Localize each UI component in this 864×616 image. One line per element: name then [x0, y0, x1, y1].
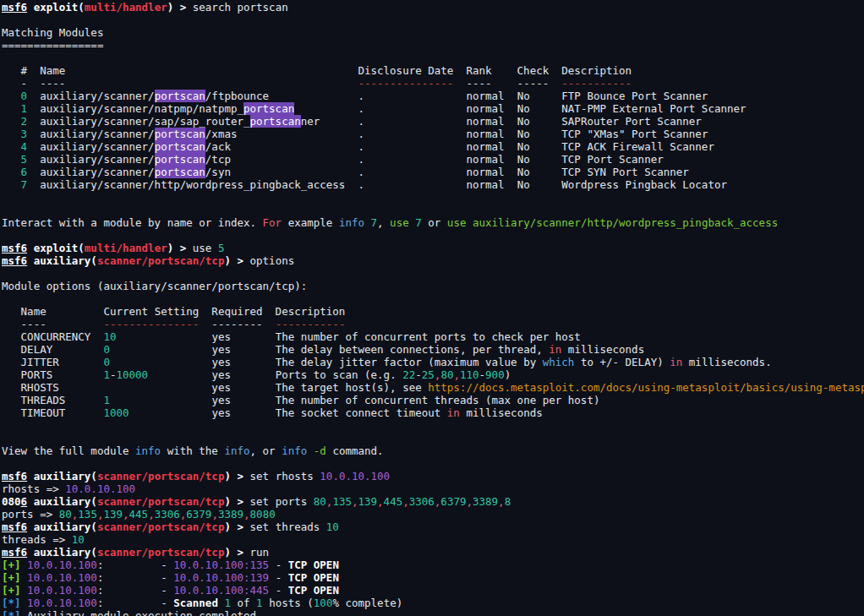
terminal-line: DELAY 0 yes The delay between connection… — [2, 343, 864, 356]
terminal-line: [+] 10.0.10.100: - 10.0.10.100:135 - TCP… — [2, 559, 864, 571]
terminal-line: THREADS 1 yes The number of concurrent t… — [2, 394, 864, 406]
terminal-line: 1 auxiliary/scanner/natpmp/natpmp_portsc… — [2, 102, 864, 115]
terminal-line: 5 auxiliary/scanner/portscan/tcp . norma… — [2, 153, 864, 166]
terminal-line: 6 auxiliary/scanner/portscan/syn . norma… — [2, 166, 864, 178]
terminal-line: [*] Auxiliary module execution completed — [2, 609, 864, 616]
terminal-line: Interact with a module by name or index.… — [2, 216, 864, 229]
terminal-line: RHOSTS yes The target host(s), see https… — [2, 381, 864, 394]
terminal-line: ports => 80,135,139,445,3306,6379,3389,8… — [2, 508, 864, 521]
terminal-line — [2, 432, 864, 444]
terminal-line: 0 auxiliary/scanner/portscan/ftpbounce .… — [2, 90, 864, 102]
terminal-line — [2, 52, 864, 64]
terminal-line — [2, 457, 864, 470]
terminal-line: msf6 exploit(multi/handler) > use 5 — [2, 242, 864, 254]
terminal-line: - ---- --------------- ---- ----- ------… — [2, 77, 864, 90]
terminal-line: # Name Disclosure Date Rank Check Descri… — [2, 64, 864, 77]
terminal-line: 4 auxiliary/scanner/portscan/ack . norma… — [2, 140, 864, 153]
terminal-line: 3 auxiliary/scanner/portscan/xmas . norm… — [2, 128, 864, 140]
terminal-line: ================ — [2, 39, 864, 52]
terminal-line: msf6 auxiliary(scanner/portscan/tcp) > s… — [2, 470, 864, 482]
terminal-line: msf6 auxiliary(scanner/portscan/tcp) > r… — [2, 546, 864, 559]
terminal-line: msf6 auxiliary(scanner/portscan/tcp) > o… — [2, 254, 864, 267]
terminal-line: Matching Modules — [2, 26, 864, 39]
terminal-line: rhosts => 10.0.10.100 — [2, 482, 864, 495]
terminal-line: JITTER 0 yes The delay jitter factor (ma… — [2, 356, 864, 368]
terminal-line: 7 auxiliary/scanner/http/wordpress_pingb… — [2, 178, 864, 191]
terminal-line: Module options (auxiliary/scanner/portsc… — [2, 280, 864, 292]
terminal-line: msf6 exploit(multi/handler) > search por… — [2, 1, 864, 14]
terminal-line — [2, 204, 864, 216]
terminal-line: 0806 auxiliary(scanner/portscan/tcp) > s… — [2, 495, 864, 508]
terminal-line: [+] 10.0.10.100: - 10.0.10.100:139 - TCP… — [2, 571, 864, 584]
terminal-line: Name Current Setting Required Descriptio… — [2, 305, 864, 318]
terminal-line: ---- --------------- -------- ----------… — [2, 318, 864, 330]
terminal-line — [2, 14, 864, 26]
terminal-line — [2, 267, 864, 280]
screen: { "terminal": { "palette": { "background… — [0, 0, 864, 616]
terminal-line: 2 auxiliary/scanner/sap/sap_router_ports… — [2, 115, 864, 128]
terminal-line: View the full module info with the info,… — [2, 444, 864, 457]
terminal-line: TIMEOUT 1000 yes The socket connect time… — [2, 406, 864, 419]
terminal-line — [2, 419, 864, 432]
terminal-line: [+] 10.0.10.100: - 10.0.10.100:445 - TCP… — [2, 584, 864, 597]
terminal-line: threads => 10 — [2, 533, 864, 546]
terminal-line — [2, 191, 864, 204]
terminal-line: PORTS 1-10000 yes Ports to scan (e.g. 22… — [2, 368, 864, 381]
terminal-line — [2, 292, 864, 305]
terminal-line: msf6 auxiliary(scanner/portscan/tcp) > s… — [2, 521, 864, 533]
terminal-line — [2, 229, 864, 242]
terminal-line: [*] 10.0.10.100: - Scanned 1 of 1 hosts … — [2, 597, 864, 609]
terminal-line: CONCURRENCY 10 yes The number of concurr… — [2, 330, 864, 343]
terminal-output[interactable]: msf6 exploit(multi/handler) > search por… — [0, 0, 864, 616]
